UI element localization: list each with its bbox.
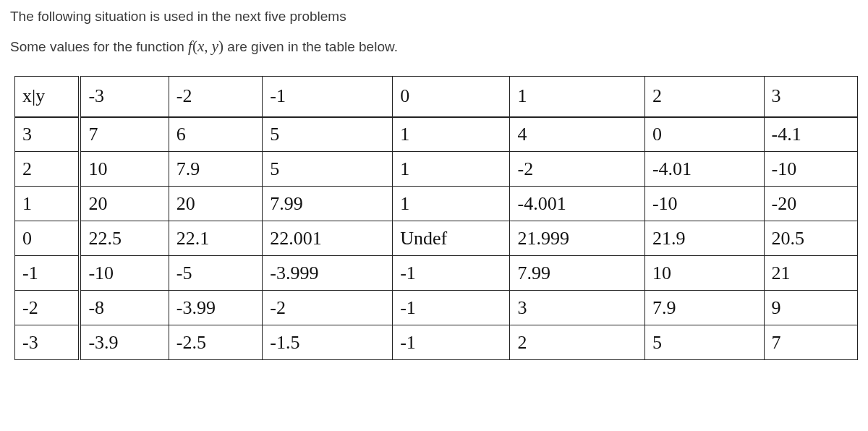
table-row: 0 22.5 22.1 22.001 Undef 21.999 21.9 20.… xyxy=(15,221,858,256)
col-header: 2 xyxy=(644,77,764,117)
cell: -1 xyxy=(393,325,510,360)
cell: 5 xyxy=(263,152,393,187)
table-corner-cell: x|y xyxy=(15,77,80,117)
cell: -2 xyxy=(263,291,393,325)
cell: -3.99 xyxy=(169,291,262,325)
table-row: 3 7 6 5 1 4 0 -4.1 xyxy=(15,117,858,152)
row-header: 3 xyxy=(15,117,80,152)
table-header-row: x|y -3 -2 -1 0 1 2 3 xyxy=(15,77,858,117)
function-values-table: x|y -3 -2 -1 0 1 2 3 3 7 6 5 1 4 0 -4.1 … xyxy=(14,76,858,360)
function-description: Some values for the function f(x, y) are… xyxy=(10,38,858,56)
table-row: -2 -8 -3.99 -2 -1 3 7.9 9 xyxy=(15,291,858,325)
col-header: -2 xyxy=(169,77,262,117)
row-header: 2 xyxy=(15,152,80,187)
col-header: 0 xyxy=(393,77,510,117)
cell: 5 xyxy=(263,117,393,152)
col-header: -1 xyxy=(263,77,393,117)
row-header: -3 xyxy=(15,325,80,360)
cell: 7.9 xyxy=(169,152,262,187)
cell: Undef xyxy=(393,221,510,256)
cell: -1 xyxy=(393,291,510,325)
cell: 20.5 xyxy=(764,221,858,256)
cell: -10 xyxy=(644,187,764,221)
cell: -4.001 xyxy=(510,187,644,221)
cell: -3.999 xyxy=(263,256,393,291)
cell: 2 xyxy=(510,325,644,360)
cell: 10 xyxy=(644,256,764,291)
math-x: x xyxy=(197,38,204,55)
math-y: y xyxy=(212,38,218,55)
table-row: -3 -3.9 -2.5 -1.5 -1 2 5 7 xyxy=(15,325,858,360)
cell: 3 xyxy=(510,291,644,325)
col-header: -3 xyxy=(80,77,169,117)
cell: 7.99 xyxy=(510,256,644,291)
row-header: -1 xyxy=(15,256,80,291)
cell: -20 xyxy=(764,187,858,221)
cell: -5 xyxy=(169,256,262,291)
cell: 21 xyxy=(764,256,858,291)
cell: 20 xyxy=(169,187,262,221)
col-header: 3 xyxy=(764,77,858,117)
function-sentence-after: are given in the table below. xyxy=(224,39,398,54)
cell: 7 xyxy=(764,325,858,360)
cell: 7.99 xyxy=(263,187,393,221)
cell: 22.5 xyxy=(80,221,169,256)
row-header: 0 xyxy=(15,221,80,256)
cell: -3.9 xyxy=(80,325,169,360)
cell: 22.001 xyxy=(263,221,393,256)
intro-text: The following situation is used in the n… xyxy=(10,9,858,25)
cell: 1 xyxy=(393,117,510,152)
math-open-paren: ( xyxy=(192,38,197,55)
cell: -8 xyxy=(80,291,169,325)
cell: 6 xyxy=(169,117,262,152)
cell: -1 xyxy=(393,256,510,291)
cell: 9 xyxy=(764,291,858,325)
cell: 7 xyxy=(80,117,169,152)
cell: -10 xyxy=(764,152,858,187)
cell: -4.01 xyxy=(644,152,764,187)
table-row: -1 -10 -5 -3.999 -1 7.99 10 21 xyxy=(15,256,858,291)
cell: 22.1 xyxy=(169,221,262,256)
cell: 7.9 xyxy=(644,291,764,325)
row-header: -2 xyxy=(15,291,80,325)
cell: -2.5 xyxy=(169,325,262,360)
col-header: 1 xyxy=(510,77,644,117)
cell: 0 xyxy=(644,117,764,152)
function-sentence-before: Some values for the function xyxy=(10,39,188,54)
cell: 21.999 xyxy=(510,221,644,256)
cell: -2 xyxy=(510,152,644,187)
row-header: 1 xyxy=(15,187,80,221)
table-row: 1 20 20 7.99 1 -4.001 -10 -20 xyxy=(15,187,858,221)
table-row: 2 10 7.9 5 1 -2 -4.01 -10 xyxy=(15,152,858,187)
cell: 21.9 xyxy=(644,221,764,256)
math-comma: , xyxy=(204,38,212,55)
cell: 1 xyxy=(393,152,510,187)
cell: -1.5 xyxy=(263,325,393,360)
cell: 1 xyxy=(393,187,510,221)
cell: -10 xyxy=(80,256,169,291)
cell: 20 xyxy=(80,187,169,221)
cell: 4 xyxy=(510,117,644,152)
cell: -4.1 xyxy=(764,117,858,152)
cell: 5 xyxy=(644,325,764,360)
cell: 10 xyxy=(80,152,169,187)
